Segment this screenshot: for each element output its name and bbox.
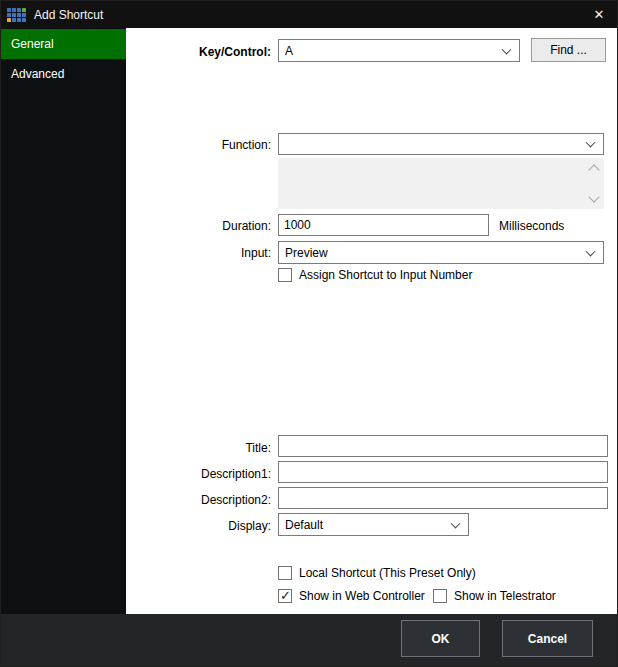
close-icon: ✕ — [594, 7, 605, 22]
add-shortcut-dialog: Add Shortcut ✕ General Advanced Key/Cont… — [0, 0, 618, 667]
window-title: Add Shortcut — [34, 8, 103, 22]
assign-input-number-label: Assign Shortcut to Input Number — [299, 268, 472, 282]
title-label: Title: — [131, 441, 271, 455]
display-select[interactable]: Default — [278, 513, 469, 536]
vmix-logo-icon — [7, 8, 26, 22]
tab-general-label: General — [11, 37, 54, 51]
title-input[interactable] — [278, 435, 608, 457]
chevron-down-icon — [451, 518, 461, 528]
chevron-down-icon — [502, 44, 512, 54]
description1-label: Description1: — [131, 467, 271, 481]
ok-button-label: OK — [432, 632, 450, 646]
titlebar: Add Shortcut ✕ — [1, 1, 618, 28]
footer-bar: OK Cancel — [1, 614, 618, 666]
chevron-down-icon — [586, 138, 596, 148]
web-controller-checkbox[interactable] — [278, 589, 292, 603]
find-button[interactable]: Find ... — [531, 38, 606, 62]
input-select[interactable]: Preview — [278, 241, 604, 264]
cancel-button[interactable]: Cancel — [502, 620, 593, 657]
input-value: Preview — [285, 246, 328, 260]
function-select[interactable] — [278, 133, 604, 155]
local-shortcut-checkbox[interactable] — [278, 566, 292, 580]
input-label: Input: — [131, 246, 271, 260]
telestrator-checkbox[interactable] — [433, 589, 447, 603]
duration-input[interactable] — [278, 214, 489, 236]
chevron-down-icon — [586, 246, 596, 256]
close-button[interactable]: ✕ — [579, 1, 618, 28]
scroll-up-icon[interactable] — [588, 164, 599, 175]
key-control-value: A — [285, 44, 293, 58]
function-list[interactable] — [278, 158, 604, 209]
scroll-down-icon[interactable] — [588, 191, 599, 202]
assign-input-number-checkbox[interactable] — [278, 268, 292, 282]
milliseconds-label: Milliseconds — [499, 219, 564, 233]
local-shortcut-label: Local Shortcut (This Preset Only) — [299, 566, 476, 580]
display-value: Default — [285, 518, 323, 532]
display-label: Display: — [131, 519, 271, 533]
function-label: Function: — [131, 138, 271, 152]
cancel-button-label: Cancel — [528, 632, 567, 646]
tab-advanced-label: Advanced — [11, 67, 64, 81]
find-button-label: Find ... — [550, 43, 587, 57]
description1-input[interactable] — [278, 461, 608, 483]
description2-label: Description2: — [131, 493, 271, 507]
sidebar: General Advanced — [1, 28, 126, 616]
tab-general[interactable]: General — [1, 29, 126, 59]
key-control-label: Key/Control: — [131, 45, 271, 59]
duration-label: Duration: — [131, 219, 271, 233]
telestrator-label: Show in Telestrator — [454, 589, 556, 603]
description2-input[interactable] — [278, 487, 608, 509]
tab-advanced[interactable]: Advanced — [1, 59, 126, 89]
ok-button[interactable]: OK — [401, 620, 480, 657]
key-control-select[interactable]: A — [278, 39, 520, 62]
web-controller-label: Show in Web Controller — [299, 589, 425, 603]
